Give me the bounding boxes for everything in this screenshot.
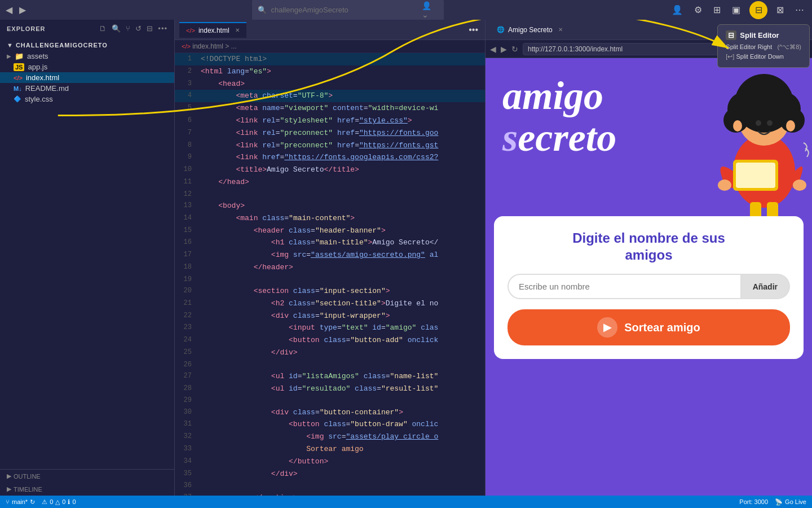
code-editor[interactable]: 1 <!DOCTYPE html> 2 <html lang="es"> 3 <… — [175, 53, 485, 496]
line-num-13: 13 — [175, 200, 201, 211]
close-layout-button[interactable]: ⊠ — [774, 3, 786, 16]
split-editor-tooltip: ⊟ Split Editor Split Editor Right (^⌥⌘8)… — [717, 24, 810, 68]
extensions-button[interactable]: ⊞ — [711, 3, 723, 16]
split-tooltip-title: ⊟ Split Editor — [726, 30, 801, 40]
hero-line2-rest: ecreto — [518, 116, 616, 159]
hero-line2-text: s — [502, 116, 518, 159]
source-control-icon[interactable]: ⑂ — [126, 24, 131, 33]
sidebar-item-readme[interactable]: M↓ README.md — [0, 83, 174, 94]
outline-panel[interactable]: ▶ OUTLINE — [0, 470, 174, 483]
search-sidebar-icon[interactable]: 🔍 — [112, 24, 121, 33]
preview-tab-close-icon[interactable]: ✕ — [558, 27, 563, 33]
app-card-title: Digite el nombre de sus amigos — [508, 230, 790, 264]
status-right: Port: 3000 📡 Go Live — [739, 498, 806, 506]
preview-tab-label: Amigo Secreto — [508, 26, 553, 34]
git-branch-status[interactable]: ⑂ main* ↻ — [6, 498, 35, 506]
line-content-22: <div class="input-wrapper"> — [201, 310, 485, 322]
indexhtml-label: index.html — [26, 73, 59, 82]
preview-tab-amigo-secreto[interactable]: 🌐 Amigo Secreto ✕ — [490, 23, 570, 37]
line-num-9: 9 — [175, 151, 201, 163]
line-content-9: <link href="https://fonts.googleapis.com… — [201, 151, 485, 164]
app-hero-title: amigo secreto — [502, 75, 795, 158]
app-card: Digite el nombre de sus amigos Añadir ▶ … — [494, 216, 804, 359]
more-button[interactable]: ⋯ — [793, 3, 806, 16]
line-content-27: <ul id="listaAmigos" class="name-list" — [201, 370, 485, 383]
editor-tab-indexhtml[interactable]: </> index.html ✕ — [179, 22, 246, 38]
sidebar-item-appjs[interactable]: JS app.js — [0, 62, 174, 72]
line-content-6: <link rel="stylesheet" href="style.css"> — [201, 115, 485, 127]
tab-close-icon[interactable]: ✕ — [235, 27, 240, 33]
editor-tab-bar: </> index.html ✕ ••• — [175, 20, 485, 40]
info-icon: ℹ — [68, 498, 70, 506]
errors-status[interactable]: ⚠ 0 △ 0 ℹ 0 — [42, 498, 76, 506]
refresh-icon[interactable]: ↺ — [135, 24, 142, 33]
readme-label: README.md — [25, 84, 69, 93]
line-num-25: 25 — [175, 347, 201, 358]
nav-back-button[interactable]: ◀ — [6, 5, 12, 15]
code-line-36: 36 — [175, 480, 485, 491]
code-line-14: 14 <main class="main-content"> — [175, 212, 485, 225]
go-live-status[interactable]: 📡 Go Live — [775, 498, 806, 506]
port-status[interactable]: Port: 3000 — [739, 498, 768, 505]
folder-label: assets — [27, 52, 48, 60]
project-folder[interactable]: ▼ CHALLENGEAMIGOCRETO — [0, 40, 174, 51]
preview-refresh-button[interactable]: ↻ — [511, 45, 518, 54]
line-num-23: 23 — [175, 322, 201, 333]
draw-button-label: Sortear amigo — [624, 321, 700, 334]
search-input[interactable] — [271, 6, 417, 14]
sidebar-item-assets[interactable]: ▶ 📁 assets — [0, 51, 174, 62]
nav-forward-button[interactable]: ▶ — [19, 5, 26, 15]
line-content-13: <body> — [201, 200, 485, 212]
new-file-icon[interactable]: 🗋 — [99, 24, 107, 33]
tab-label: index.html — [198, 27, 230, 34]
line-content-23: <input type="text" id="amigo" clas — [201, 322, 485, 334]
line-content-21: <h2 class="section-title">Digite el no — [201, 297, 485, 310]
line-num-22: 22 — [175, 310, 201, 321]
chevron-right-timeline-icon: ▶ — [7, 485, 11, 493]
warning-count: 0 — [62, 498, 65, 505]
sidebar-actions: 🗋 🔍 ⑂ ↺ ⊟ ••• — [99, 24, 167, 33]
code-line-8: 8 <link rel="preconnect" href="https://f… — [175, 139, 485, 152]
app-name-input[interactable] — [508, 274, 742, 299]
line-num-6: 6 — [175, 115, 201, 126]
code-line-32: 32 <img src="assets/play_circle_o — [175, 431, 485, 443]
line-num-1: 1 — [175, 53, 201, 64]
timeline-panel[interactable]: ▶ TIMELINE — [0, 483, 174, 496]
settings-button[interactable]: ⚙ — [692, 3, 704, 16]
editor-area: </> index.html ✕ ••• </> index.html > ..… — [175, 20, 485, 496]
collapse-all-icon[interactable]: ⊟ — [147, 24, 153, 33]
line-num-28: 28 — [175, 383, 201, 394]
app-input-row: Añadir — [508, 274, 790, 299]
code-line-27: 27 <ul id="listaAmigos" class="name-list… — [175, 370, 485, 383]
line-num-2: 2 — [175, 65, 201, 77]
line-content-25: </div> — [201, 347, 485, 359]
folder-icon: 📁 — [15, 52, 24, 60]
line-content-10: <title>Amigo Secreto</title> — [201, 164, 485, 176]
svg-rect-12 — [736, 163, 775, 188]
account-button[interactable]: 👤 — [669, 3, 685, 16]
code-line-30: 30 <div class="button-container"> — [175, 406, 485, 419]
line-num-11: 11 — [175, 176, 201, 187]
app-add-button[interactable]: Añadir — [742, 274, 790, 299]
code-line-7: 7 <link rel="preconnect" href="https://f… — [175, 127, 485, 139]
line-content-19 — [201, 274, 485, 274]
sidebar-item-indexhtml[interactable]: </> index.html — [0, 72, 174, 83]
app-draw-button[interactable]: ▶ Sortear amigo — [508, 309, 790, 345]
line-num-15: 15 — [175, 225, 201, 236]
sidebar-item-stylecss[interactable]: 🔷 style.css — [0, 94, 174, 104]
more-sidebar-icon[interactable]: ••• — [158, 24, 167, 33]
status-left: ⑂ main* ↻ ⚠ 0 △ 0 ℹ 0 — [6, 498, 76, 506]
error-count: 0 — [50, 498, 53, 505]
topbar: ◀ ▶ 🔍 👤⌄ 👤 ⚙ ⊞ ▣ ⊟ ⊠ ⋯ — [0, 0, 812, 20]
preview-forward-button[interactable]: ▶ — [501, 45, 507, 54]
line-content-2: <html lang="es"> — [201, 65, 485, 78]
preview-back-button[interactable]: ◀ — [490, 45, 496, 54]
layout-button[interactable]: ▣ — [730, 3, 743, 16]
editor-more-button[interactable]: ••• — [466, 24, 480, 36]
line-num-26: 26 — [175, 359, 201, 370]
code-line-6: 6 <link rel="stylesheet" href="style.css… — [175, 115, 485, 127]
split-editor-button[interactable]: ⊟ — [749, 1, 767, 19]
tooltip-item1: Split Editor Right (^⌥⌘8) — [726, 42, 801, 52]
code-line-17: 17 <img src="assets/amigo-secreto.png" a… — [175, 249, 485, 261]
search-bar[interactable]: 🔍 👤⌄ — [252, 0, 444, 21]
